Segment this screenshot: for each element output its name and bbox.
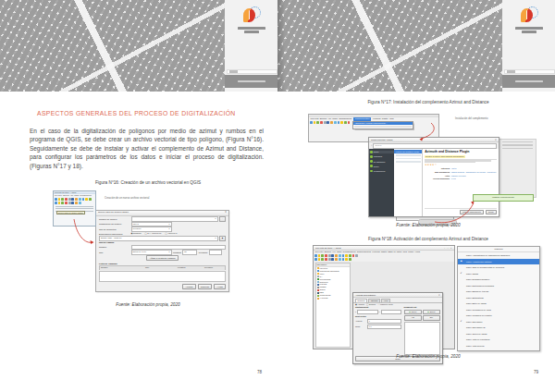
header-footer-bar xyxy=(225,75,278,88)
crs-picker-button: ◉ xyxy=(219,236,226,241)
folder-icon xyxy=(317,273,319,275)
section-heading: ASPECTOS GENERALES DEL PROCESO DE DIGITA… xyxy=(37,110,236,116)
export-button: Export xyxy=(423,310,440,314)
close-icon: ✕ xyxy=(225,211,227,215)
close-icon: ✕ xyxy=(438,293,440,297)
cancel-button: Cancelar xyxy=(198,284,213,289)
field-label: Precisión xyxy=(199,251,207,253)
body-paragraph: En el caso de la digitalización de políg… xyxy=(30,127,264,170)
tab-options: Options xyxy=(368,299,380,302)
search-icon: ⌕ xyxy=(371,144,372,148)
tab-help: Help xyxy=(381,299,390,302)
detail-label: Autor xyxy=(425,175,450,178)
sidebar-item-not-installed: No instalados xyxy=(369,160,394,163)
company-logo-icon xyxy=(519,6,539,25)
dialog-title: Complementos | Todos xyxy=(371,138,392,141)
menu-item: Panel Vista general xyxy=(458,343,539,349)
green-dot-icon xyxy=(370,160,373,163)
y-label: y xyxy=(379,311,380,313)
red-arrow xyxy=(407,120,444,144)
scrollbar xyxy=(504,69,555,74)
figure16-new-shapefile-dialog: Nueva capa de archivo shape✕ Nombre de a… xyxy=(95,210,229,292)
figure18-panels-menu: Paneles Panel Administrador de marcadore… xyxy=(457,246,540,351)
menu-items: Proyecto Edición Ver Capa Configuración xyxy=(311,117,352,121)
group-header: Segment List xyxy=(404,306,441,309)
segment-list-box xyxy=(404,322,441,355)
browser-panel: Navegador Favoritos Marcadores espaciale… xyxy=(315,263,351,348)
dialog-title: Azimuth and distance xyxy=(355,293,376,297)
menu-item-manage-plugins: Administrar e instalar complementos... xyxy=(353,122,413,125)
detail-label: Versión disponible xyxy=(425,178,450,180)
figure17-caption: Figura N°17: Instalación del complemento… xyxy=(327,100,530,104)
oracle-icon xyxy=(317,289,319,291)
figure16-source: Fuente: Elaboración propia, 2020 xyxy=(37,302,259,307)
logo-panel xyxy=(225,0,278,92)
delete-button: Del xyxy=(423,315,440,320)
text-lines-placeholder xyxy=(425,158,497,163)
logo-panel xyxy=(502,0,555,92)
plugin-item-placeholder xyxy=(396,154,421,156)
figure18-source: Fuente: Elaboración propia, 2020 xyxy=(327,354,530,359)
y-input xyxy=(381,310,401,314)
tab-drawing: Drawing xyxy=(355,299,368,302)
close-button: Cerrar xyxy=(486,210,497,215)
scrollbar xyxy=(227,69,278,74)
postgis-icon xyxy=(317,284,319,286)
xyz-tiles-icon xyxy=(317,298,319,300)
logo-text-line xyxy=(515,27,543,30)
green-dot-icon xyxy=(370,170,373,173)
sidebar-item-all: Todos xyxy=(369,151,394,153)
header-banner-left-page xyxy=(0,0,278,92)
plugin-list: Azimuth and Distance Plugin xyxy=(394,149,423,216)
crs-select: EPSG:4326 - WGS 84▾ xyxy=(99,236,218,241)
plugin-summary: Creates a feature using azimuth and dist… xyxy=(425,155,465,158)
menu-bar: Proyecto Edición Ver Capa Configuración xyxy=(54,194,95,197)
logo-text-line xyxy=(244,31,259,33)
figure18-azimuth-distance-dialog: Azimuth and distance✕ Drawing Options He… xyxy=(352,292,443,364)
detail-label: Más información xyxy=(425,171,450,174)
browse-button: … xyxy=(219,216,226,222)
figure16-caption: Figura N°16: Creación de un archivo vect… xyxy=(37,180,259,185)
x-label: x xyxy=(355,311,356,313)
db2-icon xyxy=(317,292,319,294)
geometry-type-select: Polígono▾ xyxy=(131,227,172,232)
azimuth-input: 0 xyxy=(367,319,401,324)
detail-value: 0.9.17 xyxy=(451,178,457,180)
plugin-item-placeholder xyxy=(396,158,421,160)
sidebar-item-settings: Configuración xyxy=(369,169,394,172)
logo-text-line xyxy=(522,31,536,33)
sidebar-item-new: Nuevo xyxy=(369,165,394,167)
mssql-icon xyxy=(317,287,319,288)
menu-item-placeholder xyxy=(354,126,412,128)
green-dot-icon xyxy=(370,155,373,158)
rating-stars-icon: ★★★★☆ xyxy=(425,164,497,166)
new-field-type-select: Datos de texto▾ xyxy=(131,250,172,255)
wms-icon xyxy=(317,295,319,297)
green-dot-icon xyxy=(370,165,373,167)
figure17-source: Fuente: Elaboración propia, 2020 xyxy=(327,223,530,227)
figure18-caption: Figura N°18: Activación del complemento … xyxy=(325,237,532,241)
tooltip: Nueva capa de archivo shape xyxy=(56,211,85,215)
offset-input: 0.0 xyxy=(367,325,401,329)
ok-button: Aceptar xyxy=(182,284,195,289)
red-arrow xyxy=(65,215,106,257)
length-input: 80 xyxy=(182,250,197,255)
window-controls-icon: – ▢ ✕ xyxy=(444,246,452,250)
page-number-right: 79 xyxy=(534,370,538,374)
add-button: Add xyxy=(404,315,422,320)
header-banner-right-page xyxy=(278,0,555,92)
figure16-annotation: Creación de un nuevo archivo vectorial xyxy=(105,196,171,200)
plugin-sidebar: Todos Instalados No instalados Nuevo Con… xyxy=(369,149,394,216)
group-header: Next vertex xyxy=(355,315,401,318)
logo-text-line xyxy=(238,27,265,30)
dimension-radios: ◉ Ninguna ◯ Z (+ valores M) ◯ Valores M xyxy=(131,232,178,235)
help-button: Ayuda xyxy=(214,284,226,289)
selected-menu: Complementos xyxy=(353,117,370,121)
plugin-item-placeholder xyxy=(396,161,421,163)
field-list-header: Nombre Tipo Longitud Precisión xyxy=(99,265,226,269)
detail-label: Categoría xyxy=(425,167,450,170)
city-map-image xyxy=(278,0,502,92)
add-field-button: Añadir a la lista de campos xyxy=(146,255,179,261)
precision-input xyxy=(209,250,222,255)
offset-label: Offset xyxy=(355,325,366,328)
